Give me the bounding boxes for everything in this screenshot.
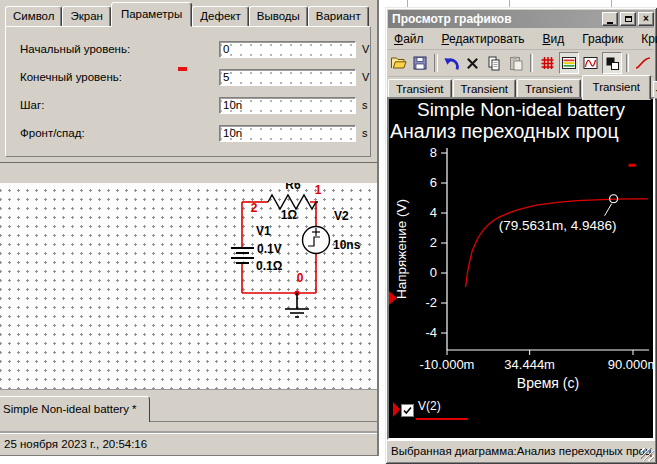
v2-value-label: 10ns (333, 238, 361, 252)
schematic-editor-window: STEP_VOLTAGE Символ Экран Параметры Дефе… (0, 0, 379, 456)
selected-diagram-text: Выбранная диаграмма:Анализ переходных пр… (391, 445, 652, 457)
final-level-input[interactable]: 5 (219, 69, 356, 86)
step-input[interactable]: 10n (219, 97, 356, 114)
ground-symbol[interactable] (285, 293, 309, 317)
field-row: Шаг: 10n s (6, 97, 370, 115)
graph-viewer-window: Просмотр графиков × Файл Редактировать В… (385, 7, 657, 464)
annotation-pointer-line (605, 204, 612, 216)
v1-name-label: V1 (256, 224, 271, 238)
tab-simvol[interactable]: Символ (5, 6, 62, 27)
v2-name-label: V2 (334, 209, 349, 223)
axis-flag-icon (389, 291, 397, 309)
y-tick-label: 4 (430, 205, 437, 220)
resistor-name-label: R6 (285, 183, 301, 192)
toolbar-separator (626, 54, 630, 72)
delete-x-icon (465, 56, 480, 71)
tab-transient-4[interactable]: Transient (582, 75, 652, 100)
y-tick-label: 2 (430, 235, 437, 250)
desktop: STEP_VOLTAGE Символ Экран Параметры Дефе… (0, 0, 657, 464)
field-unit: s (362, 127, 368, 139)
close-button[interactable]: × (638, 12, 654, 26)
color-stripes-icon (561, 55, 577, 71)
y-axis-title: Напряжение (V) (394, 199, 409, 299)
y-tick-label: -2 (425, 295, 437, 310)
tab-ekran[interactable]: Экран (62, 6, 110, 27)
field-unit: V (362, 43, 369, 55)
menu-curve[interactable]: Кривая (635, 32, 657, 46)
menu-bar: Файл Редактировать Вид График Кривая (388, 29, 654, 50)
overlay-squares-icon (604, 55, 620, 71)
minimize-button[interactable] (602, 12, 618, 26)
right-window-title: Просмотр графиков (392, 10, 600, 28)
waveform-button[interactable] (581, 52, 600, 74)
initial-level-input[interactable]: 0 (219, 41, 356, 58)
stripes-button[interactable] (559, 52, 579, 74)
legend-series-label: V(2) (418, 399, 441, 413)
tab-parametry[interactable]: Параметры (111, 2, 192, 27)
circuit-drawing: R6 1Ω V1 0.1V 0.1Ω V2 10ns 1 2 0 (0, 183, 377, 389)
field-row: Конечный уровень: 5 V (6, 69, 370, 87)
node-0-label: 0 (297, 271, 304, 285)
red-wire-artifact (178, 67, 187, 71)
rise-fall-input[interactable]: 10n (219, 125, 356, 142)
x-tick-label: -10.000m (420, 357, 475, 372)
menu-file[interactable]: Файл (388, 32, 430, 46)
menu-graph[interactable]: График (576, 32, 629, 46)
node-1-label: 1 (315, 183, 322, 197)
field-row: Начальный уровень: 0 V (6, 41, 370, 59)
undo-button[interactable] (442, 52, 461, 74)
save-button[interactable] (410, 52, 429, 74)
legend: V(2) (391, 399, 571, 425)
toolbar (388, 50, 654, 77)
overlay-button[interactable] (602, 52, 622, 74)
y-tick-label: -4 (425, 325, 437, 340)
maximize-button[interactable] (620, 12, 636, 26)
x-tick-label: 90.000m (608, 357, 653, 372)
node-2-label: 2 (251, 201, 258, 215)
tab-vyvody[interactable]: Выводы (249, 6, 308, 27)
undo-icon (442, 55, 460, 72)
resistor-value-label: 1Ω (281, 208, 298, 222)
legend-flag-icon (393, 402, 400, 421)
right-status-bar: Выбранная диаграмма:Анализ переходных пр… (387, 440, 655, 462)
field-label: Конечный уровень: (20, 71, 122, 83)
tab-variant[interactable]: Вариант (308, 6, 369, 27)
cursor-annotation: (79.5631m, 4.9486) (499, 218, 617, 233)
maximize-icon (625, 16, 632, 22)
chart-area: Simple Non-ideal battery Анализ переходн… (387, 97, 655, 440)
waveform-icon (582, 55, 599, 71)
open-button[interactable] (389, 52, 408, 74)
dialog-content-frame: Начальный уровень: 0 V Конечный уровень:… (5, 26, 371, 157)
legend-checkbox[interactable] (401, 404, 414, 417)
tab-defekt[interactable]: Дефект (192, 6, 248, 27)
copy-icon (486, 55, 502, 71)
dialog-tab-strip: Символ Экран Параметры Дефект Выводы Вар… (5, 4, 369, 27)
field-unit: V (362, 71, 369, 83)
paste-icon (508, 55, 524, 71)
paste-button[interactable] (506, 52, 525, 74)
x-tick-label: 34.444m (504, 357, 555, 372)
copy-button[interactable] (485, 52, 504, 74)
field-row: Фронт/спад: 10n s (6, 125, 370, 143)
delete-button[interactable] (463, 52, 482, 74)
left-status-bar: 25 ноября 2023 г., 20:54:16 (0, 433, 377, 455)
document-tab[interactable]: Simple Non-ideal battery * (0, 396, 150, 424)
curve-button[interactable] (633, 52, 652, 74)
right-window-titlebar[interactable]: Просмотр графиков × (388, 10, 654, 28)
menu-edit[interactable]: Редактировать (436, 32, 531, 46)
toolbar-separator (434, 54, 438, 72)
y-tick-label: 0 (430, 265, 437, 280)
open-folder-icon (390, 55, 407, 71)
grid-button[interactable] (537, 52, 556, 74)
document-tab-bar: Simple Non-ideal battery * (0, 395, 377, 422)
schematic-canvas[interactable]: R6 1Ω V1 0.1V 0.1Ω V2 10ns 1 2 0 (0, 183, 377, 389)
menu-view[interactable]: Вид (536, 32, 570, 46)
legend-color-line (416, 418, 468, 420)
field-unit: s (362, 99, 368, 111)
v1-resistance-label: 0.1Ω (256, 259, 283, 273)
step-voltage-dialog: Символ Экран Параметры Дефект Выводы Вар… (0, 0, 377, 163)
red-curve-icon (635, 55, 651, 71)
save-floppy-icon (412, 55, 428, 71)
battery-symbol[interactable] (231, 248, 254, 263)
resize-grip[interactable] (641, 448, 654, 461)
